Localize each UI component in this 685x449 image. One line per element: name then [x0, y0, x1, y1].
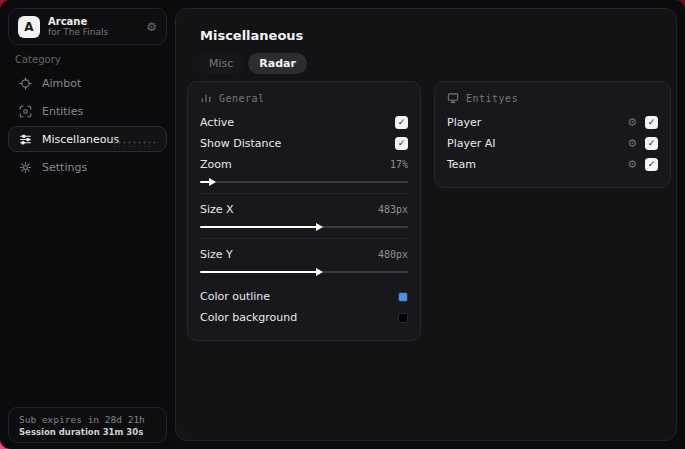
gear-icon — [19, 161, 32, 174]
app-name: Arcane — [48, 16, 138, 28]
zoom-value: 17% — [390, 159, 408, 170]
sidebar-item-label: Entities — [42, 105, 83, 118]
setting-row-size-x: Size X 483px — [200, 199, 408, 220]
divider — [200, 238, 408, 239]
subscription-card: Sub expires in 28d 21h Session duration … — [8, 407, 167, 443]
divider — [200, 193, 408, 194]
slider-thumb[interactable] — [209, 178, 216, 186]
general-panel: General Active ✓ Show Distance ✓ Zoom 17… — [187, 81, 421, 341]
tab-bar: Misc Radar — [198, 53, 307, 74]
sub-expiry-text: Sub expires in 28d 21h — [19, 414, 156, 425]
tab-misc[interactable]: Misc — [198, 53, 244, 74]
sidebar-item-label: Aimbot — [42, 77, 81, 90]
color-outline-swatch[interactable] — [398, 292, 408, 302]
profile-gear-icon[interactable]: ⚙ — [146, 20, 157, 34]
setting-row-size-y: Size Y 480px — [200, 244, 408, 265]
sidebar-item-settings[interactable]: Settings — [8, 154, 167, 180]
player-ai-checkbox[interactable]: ✓ — [645, 137, 658, 150]
general-panel-title: General — [219, 93, 265, 104]
player-settings-gear-icon[interactable]: ⚙ — [627, 117, 637, 128]
setting-row-show-distance: Show Distance ✓ — [200, 133, 408, 154]
player-ai-settings-gear-icon[interactable]: ⚙ — [627, 138, 637, 149]
entity-row-player: Player ⚙ ✓ — [447, 112, 658, 133]
show-distance-checkbox[interactable]: ✓ — [395, 137, 408, 150]
sidebar-nav: Aimbot Entities Miscellaneous Settings — [8, 70, 167, 180]
scan-icon — [19, 105, 32, 118]
category-label: Category — [15, 54, 61, 65]
team-settings-gear-icon[interactable]: ⚙ — [627, 159, 637, 170]
slider-thumb[interactable] — [316, 223, 323, 231]
crosshair-icon — [19, 77, 32, 90]
team-checkbox[interactable]: ✓ — [645, 158, 658, 171]
main-panel: Miscellaneous Misc Radar General Active … — [175, 8, 677, 441]
size-x-slider[interactable] — [200, 221, 408, 233]
sidebar: A Arcane for The Finals ⚙ Category Aimbo… — [0, 0, 175, 449]
color-background-swatch[interactable] — [398, 313, 408, 323]
sliders-icon — [19, 133, 32, 146]
sidebar-item-miscellaneous[interactable]: Miscellaneous — [8, 126, 167, 152]
setting-row-color-background: Color background — [200, 307, 408, 328]
setting-row-zoom: Zoom 17% — [200, 154, 408, 175]
size-y-value: 480px — [378, 249, 408, 260]
page-title: Miscellaneous — [200, 28, 303, 43]
entities-panel: Entityes Player ⚙ ✓ Player AI ⚙ ✓ Team — [434, 81, 671, 188]
entity-row-team: Team ⚙ ✓ — [447, 154, 658, 175]
tab-radar[interactable]: Radar — [248, 53, 307, 74]
sidebar-item-entities[interactable]: Entities — [8, 98, 167, 124]
session-duration-text: Session duration 31m 30s — [19, 427, 156, 437]
size-x-value: 483px — [378, 204, 408, 215]
sidebar-item-label: Settings — [42, 161, 87, 174]
setting-row-active: Active ✓ — [200, 112, 408, 133]
app-window: A Arcane for The Finals ⚙ Category Aimbo… — [0, 0, 685, 449]
sidebar-item-aimbot[interactable]: Aimbot — [8, 70, 167, 96]
size-y-slider[interactable] — [200, 266, 408, 278]
active-checkbox[interactable]: ✓ — [395, 116, 408, 129]
zoom-slider[interactable] — [200, 176, 408, 188]
profile-card[interactable]: A Arcane for The Finals ⚙ — [8, 8, 167, 45]
slider-thumb[interactable] — [316, 268, 323, 276]
player-checkbox[interactable]: ✓ — [645, 116, 658, 129]
bars-icon — [200, 92, 212, 104]
entity-row-player-ai: Player AI ⚙ ✓ — [447, 133, 658, 154]
entities-panel-title: Entityes — [466, 93, 518, 104]
setting-row-color-outline: Color outline — [200, 286, 408, 307]
app-subtitle: for The Finals — [48, 27, 138, 37]
sidebar-item-label: Miscellaneous — [42, 133, 119, 146]
monitor-icon — [447, 92, 459, 104]
avatar: A — [18, 16, 40, 38]
